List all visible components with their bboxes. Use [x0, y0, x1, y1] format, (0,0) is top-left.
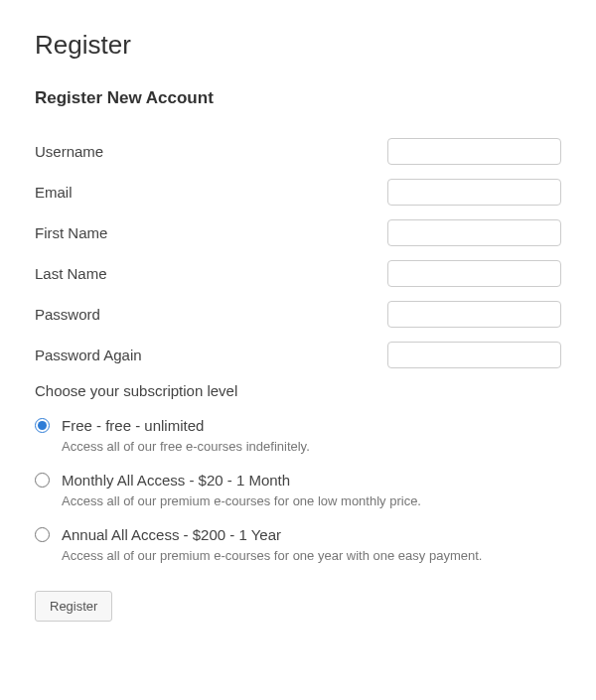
page-title: Register: [35, 30, 561, 61]
subscription-description-annual: Access all of our premium e-courses for …: [62, 548, 561, 563]
password-input[interactable]: [387, 301, 561, 328]
subscription-label-annual[interactable]: Annual All Access - $200 - 1 Year: [62, 526, 281, 543]
last-name-input[interactable]: [387, 260, 561, 287]
subscription-label-monthly[interactable]: Monthly All Access - $20 - 1 Month: [62, 472, 290, 489]
last-name-label: Last Name: [35, 265, 387, 282]
register-button[interactable]: Register: [35, 591, 112, 622]
section-title: Register New Account: [35, 88, 561, 108]
subscription-label-free[interactable]: Free - free - unlimited: [62, 417, 204, 434]
password-again-input[interactable]: [387, 342, 561, 368]
password-again-label: Password Again: [35, 347, 387, 363]
subscription-description-free: Access all of our free e-courses indefin…: [62, 439, 561, 454]
password-label: Password: [35, 306, 387, 323]
subscription-prompt: Choose your subscription level: [35, 382, 561, 399]
subscription-radio-annual[interactable]: [35, 527, 50, 542]
first-name-input[interactable]: [387, 219, 561, 246]
subscription-radio-free[interactable]: [35, 418, 50, 433]
username-label: Username: [35, 143, 387, 160]
email-input[interactable]: [387, 179, 561, 206]
subscription-description-monthly: Access all of our premium e-courses for …: [62, 493, 561, 508]
subscription-radio-monthly[interactable]: [35, 473, 50, 488]
first-name-label: First Name: [35, 224, 387, 241]
email-label: Email: [35, 184, 387, 201]
username-input[interactable]: [387, 138, 561, 165]
